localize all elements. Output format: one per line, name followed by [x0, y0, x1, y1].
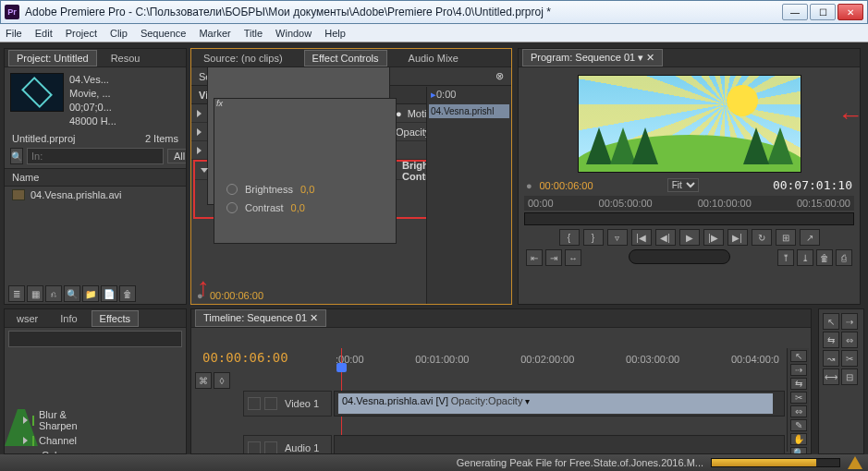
ripple-tool-icon[interactable]: ⇆	[823, 332, 839, 348]
clip-thumbnail[interactable]	[10, 73, 64, 112]
track-select-icon[interactable]: ⇢	[841, 313, 858, 330]
selection-tool-icon[interactable]: ↖	[790, 350, 807, 362]
list-item[interactable]: 04.Vesna.prishla.avi	[5, 187, 186, 203]
video-clip[interactable]: 04.Vesna.prishla.avi [V] Opacity:Opacity…	[338, 393, 773, 414]
hand-tool-icon[interactable]: ✋	[790, 433, 807, 445]
ec-timeline[interactable]: ▸0:00 04.Vesna.prishl	[426, 87, 511, 304]
selection-tool-icon[interactable]: ↖	[823, 313, 839, 330]
column-name[interactable]: Name	[5, 168, 186, 187]
lift-icon[interactable]: ⤒	[777, 249, 794, 266]
search-input[interactable]	[27, 148, 164, 164]
tab-timeline[interactable]: Timeline: Sequence 01 ✕	[195, 309, 326, 327]
folder-color-correction[interactable]: Color Correction	[21, 448, 25, 453]
prev-edit-icon[interactable]: ⇤	[526, 249, 543, 266]
icon-view-icon[interactable]: ▦	[27, 285, 43, 302]
program-current-tc[interactable]: ● 00:00:06:00	[526, 178, 593, 192]
slip-tool-icon[interactable]: ⇔	[790, 405, 807, 417]
tab-effects[interactable]: Effects	[92, 310, 139, 327]
snap-icon[interactable]: ⌘	[195, 372, 212, 389]
slip-tool-icon[interactable]: ⟷	[823, 368, 839, 385]
collapse-icon[interactable]: ⊗	[495, 70, 504, 82]
trash-icon[interactable]: 🗑	[816, 249, 833, 266]
maximize-button[interactable]: ☐	[810, 4, 836, 20]
minimize-button[interactable]: —	[782, 4, 808, 20]
tab-info[interactable]: Info	[52, 310, 85, 327]
next-edit-icon[interactable]: ⇥	[545, 249, 562, 266]
folder-channel[interactable]: Channel	[21, 433, 25, 448]
audio-track[interactable]	[334, 435, 785, 453]
program-ruler[interactable]: 00:0000:05:00:0000:10:00:0000:15:00:00	[524, 196, 854, 211]
timeline-timecode[interactable]: 00:00:06:00	[202, 350, 288, 365]
tab-browser[interactable]: wser	[8, 310, 46, 327]
menu-clip[interactable]: Clip	[110, 28, 128, 39]
speaker-icon[interactable]	[248, 441, 261, 453]
menu-window[interactable]: Window	[275, 28, 312, 39]
safe-margins-icon[interactable]: ⊞	[776, 229, 796, 246]
contrast-value[interactable]: 0,0	[291, 202, 305, 213]
program-video[interactable]	[578, 75, 801, 173]
brightness-value[interactable]: 0,0	[300, 184, 314, 195]
list-view-icon[interactable]: ≣	[8, 285, 25, 302]
step-back-icon[interactable]: ◀|	[655, 229, 676, 246]
jog-control[interactable]	[629, 249, 730, 264]
play-around-icon[interactable]: ↔	[565, 249, 581, 266]
goto-out-icon[interactable]: ▶|	[727, 229, 748, 246]
menu-title[interactable]: Title	[244, 28, 263, 39]
find-icon[interactable]: 🔍	[64, 285, 80, 302]
trash-icon[interactable]: 🗑	[119, 285, 136, 302]
audio-track-header[interactable]: Audio 1	[243, 435, 332, 453]
new-bin-icon[interactable]: 📁	[82, 285, 99, 302]
output-icon[interactable]: ↗	[800, 229, 820, 246]
new-item-icon[interactable]: 📄	[101, 285, 117, 302]
goto-in-icon[interactable]: |◀	[631, 229, 652, 246]
search-scope[interactable]: All	[167, 149, 186, 163]
automate-icon[interactable]: ⎌	[45, 285, 62, 302]
stopwatch-icon[interactable]	[226, 202, 238, 213]
mark-out-icon[interactable]: }	[583, 229, 604, 246]
pen-tool-icon[interactable]: ✎	[790, 419, 807, 431]
zoom-tool-icon[interactable]: 🔍	[790, 447, 807, 453]
clip-metadata: 04.Ves... Movie, ... 00;07;0... 48000 H.…	[69, 73, 116, 127]
warning-icon[interactable]	[848, 456, 862, 469]
tab-source[interactable]: Source: (no clips)	[195, 50, 291, 66]
export-frame-icon[interactable]: ⎙	[836, 249, 852, 266]
program-scrubber[interactable]	[524, 212, 854, 225]
rate-tool-icon[interactable]: ↝	[823, 350, 839, 367]
stopwatch-icon[interactable]	[226, 184, 238, 195]
menu-marker[interactable]: Marker	[199, 28, 230, 39]
tab-resource[interactable]: Resou	[103, 50, 149, 66]
rolling-tool-icon[interactable]: ⇔	[841, 332, 858, 348]
ripple-tool-icon[interactable]: ⇆	[790, 378, 807, 390]
effects-search-input[interactable]	[8, 331, 182, 347]
lock-icon[interactable]	[264, 441, 277, 453]
video-track[interactable]: 04.Vesna.prishla.avi [V] Opacity:Opacity…	[334, 391, 785, 417]
mark-in-icon[interactable]: {	[559, 229, 580, 246]
menu-file[interactable]: File	[6, 28, 22, 39]
razor-tool-icon[interactable]: ✂	[841, 350, 858, 367]
step-fwd-icon[interactable]: |▶	[703, 229, 724, 246]
menu-edit[interactable]: Edit	[35, 28, 53, 39]
menu-sequence[interactable]: Sequence	[141, 28, 187, 39]
lock-icon[interactable]	[264, 397, 277, 410]
marker-icon[interactable]: ◊	[214, 372, 230, 389]
menu-project[interactable]: Project	[66, 28, 97, 39]
slide-tool-icon[interactable]: ⊟	[841, 368, 858, 385]
play-icon[interactable]: ▶	[679, 229, 700, 246]
tab-program[interactable]: Program: Sequence 01 ▾ ✕	[522, 49, 663, 66]
tab-audio-mixer[interactable]: Audio Mixe	[400, 50, 467, 66]
timeline-ruler[interactable]: :00:0000:01:00:0000:02:00:0000:03:00:000…	[330, 348, 785, 370]
close-button[interactable]: ✕	[837, 4, 863, 20]
tab-effect-controls[interactable]: Effect Controls	[304, 50, 387, 66]
search-icon[interactable]: 🔍	[10, 148, 23, 164]
video-track-header[interactable]: Video 1	[243, 391, 332, 417]
eye-icon[interactable]	[248, 397, 261, 410]
tab-project[interactable]: Project: Untitled	[8, 50, 97, 66]
track-select-icon[interactable]: ⇢	[790, 364, 807, 376]
zoom-select[interactable]: Fit	[667, 178, 699, 192]
loop-icon[interactable]: ↻	[752, 229, 772, 246]
menu-help[interactable]: Help	[324, 28, 346, 39]
razor-tool-icon[interactable]: ✂	[790, 392, 807, 404]
extract-icon[interactable]: ⤓	[797, 249, 813, 266]
folder-blur[interactable]: Blur & Sharpen	[21, 407, 25, 433]
marker-icon[interactable]: ▿	[607, 229, 628, 246]
